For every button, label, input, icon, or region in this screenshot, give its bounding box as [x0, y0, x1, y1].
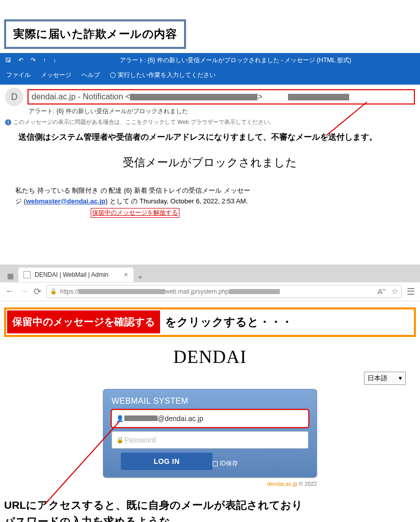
browser-window: ▦ DENDAI | WebMail | Admin ✕ ＋ ← → ⟳ 🔒 h…	[0, 265, 420, 301]
up-icon[interactable]: ↑	[43, 57, 46, 64]
login-panel: WEBMAIL SYSTEM 👤 @dendai.ac.jp 🔒 Passwor…	[103, 389, 317, 478]
password-field[interactable]: 🔒 Password	[112, 431, 308, 449]
forward-icon: →	[19, 286, 29, 297]
sender-name: dendai.ac.jp - Notification <	[32, 92, 130, 101]
body-line1: 私たち 持っている 制限付き の 配達 {6} 新着 受信トレイの受信メール メ…	[15, 187, 250, 194]
url-mid: web.mail.jp/system.php	[165, 288, 229, 295]
info-icon: i	[5, 119, 11, 125]
heading-box: 実際に届いた詐欺メールの内容	[4, 19, 186, 49]
email-domain: @dendai.ac.jp	[158, 414, 203, 423]
refresh-icon[interactable]: ⟳	[34, 286, 41, 297]
panel-title: WEBMAIL SYSTEM	[112, 397, 308, 406]
menu-help[interactable]: ヘルプ	[82, 71, 100, 80]
info-bar[interactable]: i このメッセージの表示に問題がある場合は、ここをクリックして Web ブラウザ…	[0, 117, 420, 129]
lock-icon: 🔒	[50, 288, 57, 295]
save-id-checkbox[interactable]: ID保存	[213, 459, 238, 468]
body-line2-suffix: ) として の Thursday, October 6, 2022, 2:53 …	[106, 197, 248, 205]
tab-title: DENDAI | WebMail | Admin	[35, 271, 109, 278]
final-line1: URLにアクセスすると、既に自身のメールが表記されており	[4, 499, 303, 511]
annotation-spoof: 送信側はシステム管理者や受信者のメールアドレスになりすまして、不審なメールを送付…	[0, 129, 420, 152]
callout-red-button: 保留中のメッセージを確認する	[7, 310, 160, 333]
redaction-bar	[78, 289, 165, 294]
redaction-bar	[124, 415, 158, 421]
email-body: 受信メールがブロックされました 私たち 持っている 制限付き の 配達 {6} …	[0, 152, 420, 223]
body-email-link[interactable]: webmaster@dendai.ac.jp	[26, 197, 106, 205]
avatar-initial: D	[11, 92, 18, 102]
info-text: このメッセージの表示に問題がある場合は、ここをクリックして Web ブラウザーで…	[13, 118, 275, 126]
lock-icon: 🔒	[116, 436, 124, 443]
copyright-year: © 2022	[297, 481, 317, 487]
redaction-bar	[229, 289, 280, 294]
window-title: アラート: {6} 件の新しい受信メールがブロックされました - メッセージ (…	[56, 56, 415, 65]
close-tab-icon[interactable]: ✕	[123, 271, 128, 278]
fake-brand: DENDAI	[0, 343, 420, 372]
redaction-bar	[288, 94, 349, 100]
final-explanation: URLにアクセスすると、既に自身のメールが表記されており パスワードの入力を求め…	[0, 487, 420, 522]
save-icon[interactable]: 🖫	[5, 57, 11, 64]
bulb-icon	[110, 72, 116, 78]
language-value: 日本語	[368, 374, 387, 382]
reader-icon[interactable]: A"	[378, 287, 385, 296]
email-body-title: 受信メールがブロックされました	[15, 152, 405, 186]
new-tab-icon[interactable]: ＋	[137, 273, 144, 282]
copyright: dendai.ac.jp © 2022	[103, 481, 317, 487]
chevron-down-icon: ▾	[399, 374, 402, 382]
undo-icon[interactable]: ↶	[18, 57, 23, 64]
back-icon[interactable]: ←	[5, 286, 14, 297]
user-icon: 👤	[116, 415, 124, 422]
tell-me-input[interactable]: 実行したい作業を入力してください	[110, 71, 216, 80]
favorite-icon[interactable]: ☆	[391, 287, 398, 296]
menu-message[interactable]: メッセージ	[41, 71, 71, 80]
redaction-bar	[130, 94, 257, 100]
page-icon	[23, 271, 31, 278]
redo-icon[interactable]: ↷	[31, 57, 36, 64]
sender-highlight-box: dendai.ac.jp - Notification < >	[28, 89, 415, 105]
checkbox-icon	[213, 461, 218, 466]
password-placeholder: Password	[124, 436, 155, 444]
body-line2-prefix: ジ (	[15, 197, 26, 205]
final-line2: パスワードの入力を求めるような	[4, 515, 170, 522]
menu-file[interactable]: ファイル	[6, 71, 31, 80]
login-button[interactable]: LOG IN	[121, 453, 213, 470]
avatar: D	[5, 88, 23, 106]
tell-me-placeholder: 実行したい作業を入力してください	[118, 71, 216, 80]
collections-icon[interactable]: ☰	[407, 286, 415, 297]
heading-text: 実際に届いた詐欺メールの内容	[13, 28, 177, 40]
save-id-label: ID保存	[220, 459, 238, 468]
copyright-brand: dendai.ac.jp	[267, 481, 297, 487]
email-field[interactable]: 👤 @dendai.ac.jp	[112, 410, 308, 427]
address-bar[interactable]: 🔒 https:// web.mail.jp/system.php A" ☆	[46, 285, 402, 298]
browser-tab[interactable]: DENDAI | WebMail | Admin ✕	[18, 268, 134, 282]
tab-overview-icon[interactable]: ▦	[3, 270, 17, 282]
release-link[interactable]: 保留中のメッセージを解放する	[91, 208, 179, 218]
sender-row: D dendai.ac.jp - Notification < >	[0, 85, 420, 107]
callout-text: をクリックすると・・・	[165, 315, 293, 330]
language-select[interactable]: 日本語 ▾	[364, 372, 406, 385]
sender-gt: >	[257, 92, 262, 101]
outlook-ribbon: 🖫 ↶ ↷ ↑ ↓ アラート: {6} 件の新しい受信メールがブロックされました…	[0, 53, 420, 85]
callout-box: 保留中のメッセージを確認する をクリックすると・・・	[4, 307, 416, 337]
subject-line: アラート: {6} 件の新しい受信メールがブロックされました	[0, 107, 420, 117]
url-proto: https://	[60, 288, 78, 295]
